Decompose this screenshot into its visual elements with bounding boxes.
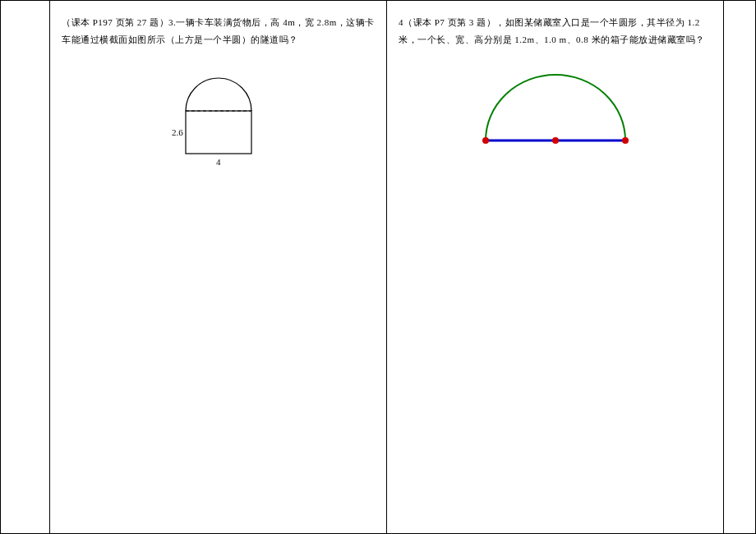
problem-column-left: （课本 P197 页第 27 题）3.一辆卡车装满货物后，高 4m，宽 2.8m… xyxy=(50,1,387,533)
point-left-icon xyxy=(482,137,489,144)
tunnel-figure: 2.6 4 xyxy=(62,65,375,172)
problem-column-right: 4（课本 P7 页第 3 题），如图某储藏室入口是一个半圆形，其半径为 1.2 … xyxy=(387,1,724,533)
problem-4-text: 4（课本 P7 页第 3 题），如图某储藏室入口是一个半圆形，其半径为 1.2 … xyxy=(399,14,712,48)
tunnel-diagram-icon: 2.6 4 xyxy=(157,65,280,172)
right-margin-column xyxy=(724,1,755,533)
tunnel-height-label: 2.6 xyxy=(172,127,183,137)
point-center-icon xyxy=(552,137,559,144)
left-margin-column xyxy=(1,1,50,533)
problem-4-source: 4（课本 P7 页第 3 题）， xyxy=(399,17,505,27)
worksheet-page: （课本 P197 页第 27 题）3.一辆卡车装满货物后，高 4m，宽 2.8m… xyxy=(0,0,756,534)
semicircle-figure xyxy=(399,65,712,163)
svg-rect-0 xyxy=(186,111,251,154)
point-right-icon xyxy=(622,137,629,144)
problem-3-source: （课本 P197 页第 27 题）3. xyxy=(62,17,176,27)
semicircle-diagram-icon xyxy=(465,65,646,163)
tunnel-width-label: 4 xyxy=(216,157,221,167)
problem-3-text: （课本 P197 页第 27 题）3.一辆卡车装满货物后，高 4m，宽 2.8m… xyxy=(62,14,375,48)
